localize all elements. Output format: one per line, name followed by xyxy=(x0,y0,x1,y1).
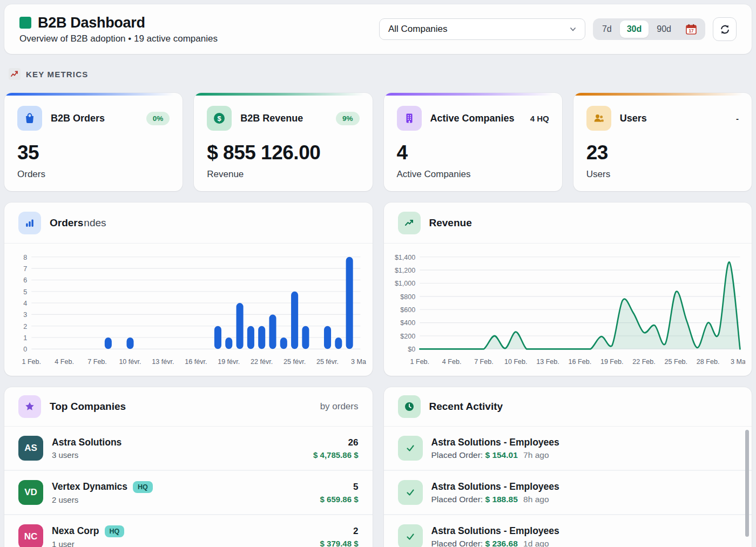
svg-text:$200: $200 xyxy=(400,332,415,340)
company-amount: $ 659.86 $ xyxy=(320,495,359,504)
range-30d-button[interactable]: 30d xyxy=(620,21,649,38)
hq-badge: HQ xyxy=(105,525,125,537)
company-amount: $ 4,785.86 $ xyxy=(313,450,358,460)
orders-chart-card: Ordersndes 0123456781 Feb.4 Feb.7 Feb.10… xyxy=(4,202,373,376)
activity-action: Placed Order: xyxy=(431,539,483,547)
avatar: AS xyxy=(18,436,43,461)
svg-text:13 févr.: 13 févr. xyxy=(152,357,174,366)
company-row[interactable]: VD Vertex Dynamics HQ 2 users 5 $ 659.86… xyxy=(4,470,373,514)
activity-amount: $ 236.68 xyxy=(485,539,517,547)
metric-label: Active Companies xyxy=(397,169,549,180)
metrics-row: B2B Orders 0% 35 Orders $ B2B Revenue 9%… xyxy=(4,93,752,191)
activity-row[interactable]: Astra Solutions - Employees Placed Order… xyxy=(384,470,752,514)
activity-time: 8h ago xyxy=(523,495,549,504)
svg-text:13 Feb.: 13 Feb. xyxy=(536,357,559,366)
range-90d-button[interactable]: 90d xyxy=(650,21,678,38)
scrollbar-thumb[interactable] xyxy=(745,430,749,537)
company-orders-count: 26 xyxy=(313,437,358,448)
check-icon xyxy=(398,436,423,461)
activity-amount: $ 188.85 xyxy=(485,495,517,504)
star-icon xyxy=(18,395,41,418)
company-name: Nexa Corp xyxy=(52,525,99,537)
building-icon xyxy=(397,106,422,131)
activity-row[interactable]: Astra Solutions - Employees Placed Order… xyxy=(384,427,752,470)
chart-title: Orders xyxy=(50,217,83,228)
hq-badge: HQ xyxy=(133,481,153,493)
metric-card-active-companies: Active Companies 4 HQ 4 Active Companies xyxy=(384,93,562,191)
header-titles: B2B Dashboard Overview of B2B adoption •… xyxy=(19,15,218,44)
activity-row[interactable]: Astra Solutions - Employees Placed Order… xyxy=(384,514,752,547)
svg-text:3: 3 xyxy=(23,310,27,319)
refresh-button[interactable] xyxy=(713,17,737,41)
trend-badge: 9% xyxy=(336,112,360,125)
revenue-area-chart: $0$200$400$600$800$1,000$1,200$1,4001 Fe… xyxy=(389,251,746,376)
svg-text:1 Feb.: 1 Feb. xyxy=(22,357,41,366)
svg-text:7 Feb.: 7 Feb. xyxy=(87,357,107,366)
company-orders-count: 2 xyxy=(320,526,359,537)
svg-text:7: 7 xyxy=(23,265,27,273)
clock-icon xyxy=(398,395,421,418)
range-7d-button[interactable]: 7d xyxy=(595,21,619,38)
svg-text:$800: $800 xyxy=(400,292,415,301)
svg-text:5: 5 xyxy=(23,287,27,296)
company-name: Vertex Dynamics xyxy=(52,481,127,492)
svg-text:2: 2 xyxy=(23,322,27,330)
company-orders-count: 5 xyxy=(320,482,359,492)
company-name: Astra Solutions xyxy=(52,437,122,448)
metric-label: Orders xyxy=(17,169,170,180)
card-accent-strip xyxy=(194,93,372,96)
brand-logo xyxy=(19,17,31,29)
avatar: VD xyxy=(18,480,43,505)
svg-text:25 févr.: 25 févr. xyxy=(284,357,306,366)
svg-text:$1,400: $1,400 xyxy=(394,253,415,261)
svg-text:$400: $400 xyxy=(400,319,415,327)
company-row[interactable]: AS Astra Solutions 3 users 26 $ 4,785.86… xyxy=(4,427,373,470)
check-icon xyxy=(398,480,423,505)
sort-hint: by orders xyxy=(320,401,359,412)
refresh-icon xyxy=(719,24,731,35)
check-icon xyxy=(398,524,423,547)
svg-text:19 Feb.: 19 Feb. xyxy=(600,357,623,366)
svg-text:25 févr.: 25 févr. xyxy=(316,357,339,366)
avatar: NC xyxy=(18,524,43,547)
svg-text:4 Feb.: 4 Feb. xyxy=(442,357,461,366)
chevron-down-icon xyxy=(569,25,577,33)
svg-text:10 Feb.: 10 Feb. xyxy=(504,357,527,366)
svg-text:17: 17 xyxy=(688,29,694,33)
charts-row: Ordersndes 0123456781 Feb.4 Feb.7 Feb.10… xyxy=(4,202,752,376)
company-filter-select[interactable]: All Companies xyxy=(379,18,585,40)
card-accent-strip xyxy=(4,93,183,96)
trending-up-icon xyxy=(398,212,421,234)
chart-title: Revenue xyxy=(429,217,472,229)
activity-title: Astra Solutions - Employees xyxy=(431,525,738,537)
shopping-bag-icon xyxy=(17,106,42,131)
activity-action: Placed Order: xyxy=(431,495,483,504)
top-companies-card: Top Companies by orders AS Astra Solutio… xyxy=(4,387,373,547)
activity-title: Astra Solutions - Employees xyxy=(431,481,738,492)
calendar-icon: 17 xyxy=(685,24,697,35)
activity-action: Placed Order: xyxy=(431,450,483,460)
activity-amount: $ 154.01 xyxy=(485,450,517,460)
metric-value: 4 xyxy=(397,141,549,164)
company-row[interactable]: NC Nexa Corp HQ 1 user 2 $ 379.48 $ xyxy=(4,514,373,547)
activity-title: Astra Solutions - Employees xyxy=(431,437,738,448)
bar-chart-icon xyxy=(18,212,41,234)
metric-label: Users xyxy=(586,169,739,180)
calendar-range-button[interactable]: 17 xyxy=(679,21,703,38)
svg-text:1 Feb.: 1 Feb. xyxy=(410,357,429,366)
svg-text:3 Mar.: 3 Mar. xyxy=(731,357,745,366)
sparkline-icon xyxy=(9,68,21,80)
svg-text:0: 0 xyxy=(23,345,27,354)
metric-value: 35 xyxy=(17,141,170,164)
svg-text:4: 4 xyxy=(23,299,27,308)
svg-text:4 Feb.: 4 Feb. xyxy=(55,357,74,366)
svg-text:19 févr.: 19 févr. xyxy=(218,357,240,366)
company-amount: $ 379.48 $ xyxy=(320,539,359,547)
svg-text:16 févr.: 16 févr. xyxy=(185,357,207,366)
svg-text:8: 8 xyxy=(23,253,27,261)
revenue-chart-card: Revenue $0$200$400$600$800$1,000$1,200$1… xyxy=(384,202,752,376)
hq-count-label: 4 HQ xyxy=(530,114,549,123)
company-users: 2 users xyxy=(52,495,312,504)
activity-list: Astra Solutions - Employees Placed Order… xyxy=(384,427,752,547)
card-accent-strip xyxy=(573,93,752,96)
